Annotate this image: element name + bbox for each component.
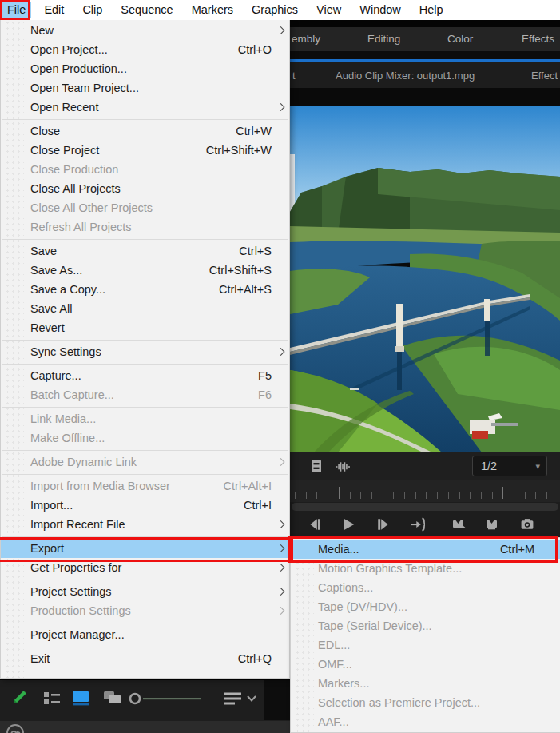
menu-item-production-settings[interactable]: Production Settings: [1, 601, 289, 620]
menu-item-refresh-all-projects[interactable]: Refresh All Projects: [1, 217, 289, 237]
menu-item-save-all[interactable]: Save All: [1, 299, 289, 318]
menu-item-aaf[interactable]: AAF...: [291, 712, 560, 731]
menu-item-label: Import...: [30, 499, 73, 512]
menu-item-media[interactable]: Media...Ctrl+M: [291, 540, 560, 559]
menubar-item-edit[interactable]: Edit: [38, 2, 70, 18]
submenu-arrow-icon: [277, 26, 285, 34]
drag-audio-waveform-icon[interactable]: [336, 460, 350, 474]
menu-item-import-recent-file[interactable]: Import Recent File: [1, 515, 289, 534]
menubar-item-file[interactable]: File: [2, 2, 31, 18]
icon-view-button[interactable]: [72, 691, 89, 707]
menu-item-save-as[interactable]: Save As...Ctrl+Shift+S: [1, 261, 289, 280]
menu-item-omf[interactable]: OMF...: [291, 655, 560, 674]
menu-item-new[interactable]: New: [1, 21, 289, 40]
step-back-button[interactable]: [308, 517, 322, 532]
menu-item-open-recent[interactable]: Open Recent: [1, 98, 289, 117]
project-panel-toolbar: [0, 679, 290, 733]
zoom-level-select[interactable]: 1/2 ▾: [472, 456, 547, 476]
menu-item-captions[interactable]: Captions...: [291, 578, 560, 597]
workspace-tab-embly[interactable]: embly: [292, 33, 320, 45]
menubar-item-view[interactable]: View: [311, 2, 347, 18]
timeline-ruler[interactable]: [290, 480, 560, 502]
tab-audio-clip-mixer[interactable]: Audio Clip Mixer: output1.mpg: [336, 70, 475, 82]
list-view-button[interactable]: [43, 691, 61, 707]
menu-item-open-project[interactable]: Open Project...Ctrl+O: [1, 40, 289, 59]
menu-item-close[interactable]: CloseCtrl+W: [1, 122, 289, 141]
menu-item-make-offline[interactable]: Make Offline...: [1, 428, 289, 448]
chevron-down-icon[interactable]: [246, 695, 257, 703]
transport-controls: [290, 512, 560, 537]
extract-button[interactable]: [485, 517, 499, 532]
menu-item-save-a-copy[interactable]: Save a Copy...Ctrl+Alt+S: [1, 280, 289, 299]
menu-item-import-from-media-browser[interactable]: Import from Media BrowserCtrl+Alt+I: [1, 476, 289, 496]
menu-item-label: Save: [30, 245, 57, 257]
menu-item-selection-as-premiere-project[interactable]: Selection as Premiere Project...: [291, 693, 560, 712]
menubar-item-sequence[interactable]: Sequence: [115, 2, 178, 18]
menu-item-project-settings[interactable]: Project Settings: [1, 582, 289, 601]
file-menu: NewOpen Project...Ctrl+OOpen Production.…: [0, 20, 290, 679]
menubar-item-help[interactable]: Help: [414, 2, 449, 18]
menu-item-open-team-project[interactable]: Open Team Project...: [1, 78, 289, 98]
menu-item-revert[interactable]: Revert: [1, 318, 289, 337]
panel-gap: [290, 51, 560, 59]
chevron-down-icon: ▾: [535, 461, 540, 472]
menu-item-import[interactable]: Import...Ctrl+I: [1, 496, 289, 515]
menu-item-label: Export: [30, 542, 64, 555]
menubar-item-markers[interactable]: Markers: [186, 2, 239, 18]
menu-item-save[interactable]: SaveCtrl+S: [1, 241, 289, 261]
ruler-tick: [437, 492, 438, 499]
menu-item-shortcut: Ctrl+O: [238, 43, 281, 56]
menu-item-label: Selection as Premiere Project...: [318, 696, 480, 709]
menubar-item-window[interactable]: Window: [354, 2, 407, 18]
menu-item-batch-capture[interactable]: Batch Capture...F6: [1, 385, 289, 404]
workspace-tab-color[interactable]: Color: [447, 33, 473, 45]
submenu-arrow-icon: [277, 458, 285, 466]
menu-item-markers[interactable]: Markers...: [291, 674, 560, 693]
play-button[interactable]: [341, 517, 355, 532]
sort-icon[interactable]: [223, 691, 242, 707]
menu-item-close-all-projects[interactable]: Close All Projects: [1, 179, 289, 198]
menu-item-shortcut: F6: [258, 388, 281, 401]
ruler-tick: [404, 492, 405, 499]
menu-item-project-manager[interactable]: Project Manager...: [1, 625, 289, 644]
menu-item-label: Save As...: [30, 264, 82, 277]
menu-item-export[interactable]: Export: [1, 539, 289, 558]
menu-item-tape-serial-device[interactable]: Tape (Serial Device)...: [291, 616, 560, 635]
ruler-tick: [492, 492, 493, 499]
menubar-item-graphics[interactable]: Graphics: [246, 2, 304, 18]
settings-filmstrip-icon[interactable]: [309, 459, 324, 473]
menubar: FileEditClipSequenceMarkersGraphicsViewW…: [0, 0, 560, 20]
menu-item-tape-dv-hdv[interactable]: Tape (DV/HDV)...: [291, 597, 560, 616]
menu-item-shortcut: Ctrl+Alt+S: [219, 283, 281, 296]
menu-item-get-properties-for[interactable]: Get Properties for: [1, 558, 289, 577]
ruler-tick: [426, 492, 427, 499]
horizontal-scrollbar[interactable]: [292, 503, 558, 511]
go-to-next-edit-button[interactable]: [411, 517, 425, 532]
panel-tab-fragment-right[interactable]: Effect C: [531, 70, 560, 82]
step-forward-button[interactable]: [376, 517, 391, 532]
menu-item-exit[interactable]: ExitCtrl+Q: [1, 649, 289, 668]
menu-item-edl[interactable]: EDL...: [291, 635, 560, 655]
menu-separator: [2, 536, 288, 537]
menu-item-label: Make Offline...: [30, 432, 105, 444]
menu-item-open-production[interactable]: Open Production...: [1, 59, 289, 78]
menu-item-close-all-other-projects[interactable]: Close All Other Projects: [1, 198, 289, 217]
workspace-tab-editing[interactable]: Editing: [367, 33, 400, 45]
menu-item-motion-graphics-template[interactable]: Motion Graphics Template...: [291, 559, 560, 578]
menu-item-capture[interactable]: Capture...F5: [1, 366, 289, 385]
freeform-view-button[interactable]: [103, 691, 124, 707]
export-frame-button[interactable]: [520, 517, 534, 532]
zoom-slider[interactable]: [129, 692, 205, 705]
lift-button[interactable]: [452, 517, 467, 532]
menu-item-close-project[interactable]: Close ProjectCtrl+Shift+W: [1, 141, 289, 160]
menu-item-close-production[interactable]: Close Production: [1, 160, 289, 179]
workspace-tab-effects[interactable]: Effects: [522, 33, 554, 45]
menu-item-sync-settings[interactable]: Sync Settings: [1, 342, 289, 361]
panel-tab-fragment-left[interactable]: t: [292, 70, 296, 82]
menu-item-label: Motion Graphics Template...: [318, 562, 462, 575]
menubar-item-clip[interactable]: Clip: [77, 2, 108, 18]
menu-item-adobe-dynamic-link[interactable]: Adobe Dynamic Link: [1, 452, 289, 472]
menu-item-link-media[interactable]: Link Media...: [1, 409, 289, 428]
menu-item-label: Close Project: [30, 144, 99, 157]
menu-item-shortcut: Ctrl+I: [244, 499, 281, 512]
